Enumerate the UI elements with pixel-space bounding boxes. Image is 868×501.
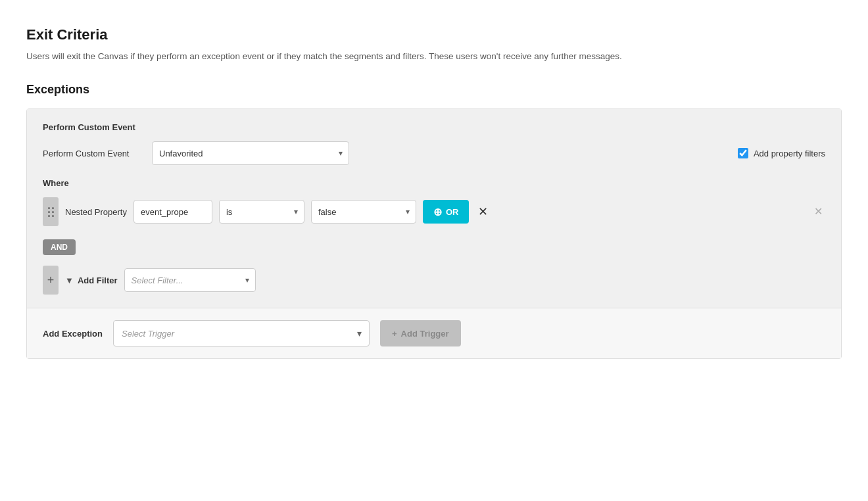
- property-filters-row: Add property filters: [738, 148, 825, 158]
- false-select[interactable]: false: [311, 200, 416, 224]
- add-exception-label: Add Exception: [43, 329, 103, 339]
- or-plus-icon: ⊕: [433, 206, 442, 218]
- exception-header-label: Perform Custom Event: [43, 122, 825, 132]
- nested-property-label: Nested Property: [65, 207, 127, 217]
- add-filter-plus-box[interactable]: +: [43, 266, 59, 295]
- event-select-wrapper[interactable]: Unfavorited: [152, 141, 349, 165]
- filter-icon: ▼: [65, 275, 74, 285]
- select-filter-dropdown[interactable]: Select Filter...: [124, 268, 256, 292]
- exceptions-container: Perform Custom Event Perform Custom Even…: [26, 108, 842, 359]
- exceptions-section-title: Exceptions: [26, 83, 842, 97]
- perform-event-label: Perform Custom Event: [43, 149, 141, 158]
- filter-row: Nested Property is false: [43, 197, 825, 226]
- add-filter-label: ▼ Add Filter: [65, 275, 118, 285]
- add-trigger-button[interactable]: + Add Trigger: [380, 320, 461, 346]
- filter-content-row: Nested Property is false: [65, 200, 802, 224]
- where-label: Where: [43, 178, 825, 188]
- or-button-label: OR: [446, 207, 459, 217]
- false-select-wrapper[interactable]: false: [311, 200, 416, 224]
- add-property-filters-checkbox[interactable]: [738, 148, 748, 158]
- select-trigger-dropdown[interactable]: Select Trigger: [113, 320, 370, 346]
- or-button[interactable]: ⊕ OR: [423, 200, 470, 224]
- event-prop-input[interactable]: [133, 200, 212, 224]
- add-filter-row: + ▼ Add Filter Select Filter...: [43, 266, 825, 295]
- add-trigger-label: Add Trigger: [401, 329, 449, 339]
- event-select[interactable]: Unfavorited: [152, 141, 349, 165]
- page-description: Users will exit the Canvas if they perfo…: [26, 50, 815, 63]
- add-trigger-plus-icon: +: [392, 329, 397, 339]
- add-property-filters-label: Add property filters: [754, 149, 825, 158]
- filter-remove-button[interactable]: ✕: [475, 206, 491, 218]
- add-filter-text: Add Filter: [78, 275, 118, 285]
- is-select-wrapper[interactable]: is: [219, 200, 304, 224]
- where-section: Where Nested Propert: [43, 178, 825, 295]
- is-select[interactable]: is: [219, 200, 304, 224]
- and-button-label: AND: [51, 243, 68, 252]
- perform-event-row: Perform Custom Event Unfavorited Add pro…: [43, 141, 825, 165]
- page-title: Exit Criteria: [26, 26, 842, 43]
- add-exception-row: Add Exception Select Trigger + Add Trigg…: [27, 308, 841, 358]
- and-button[interactable]: AND: [43, 239, 76, 255]
- select-filter-wrapper[interactable]: Select Filter...: [124, 268, 256, 292]
- row-remove-button[interactable]: ✕: [811, 206, 825, 217]
- drag-handle[interactable]: [43, 197, 59, 226]
- select-trigger-wrapper[interactable]: Select Trigger: [113, 320, 370, 346]
- exception-block: Perform Custom Event Perform Custom Even…: [27, 109, 841, 308]
